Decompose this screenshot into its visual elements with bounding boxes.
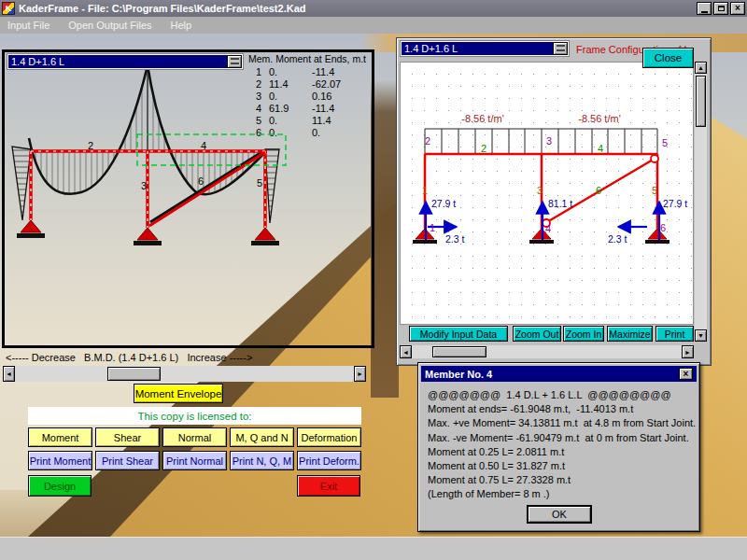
scroll-right-icon[interactable]: ► bbox=[682, 345, 694, 358]
scroll-right-icon[interactable]: ► bbox=[354, 366, 366, 382]
svg-text:1: 1 bbox=[422, 185, 428, 196]
menu-input-file[interactable]: Input File bbox=[7, 20, 49, 31]
dialog-line: Max. -ve Moment= -61.90479 m.t at 0 m fr… bbox=[428, 431, 696, 445]
svg-text:2.3 t: 2.3 t bbox=[445, 233, 465, 245]
pyramid-edge bbox=[371, 80, 399, 398]
svg-text:27.9 t: 27.9 t bbox=[431, 198, 456, 209]
svg-text:4: 4 bbox=[598, 143, 603, 154]
table-row: 60.0. bbox=[248, 127, 370, 139]
print-shear-button[interactable]: Print Shear bbox=[95, 451, 160, 470]
scroll-down-icon[interactable]: ▼ bbox=[695, 329, 707, 342]
svg-text:4: 4 bbox=[545, 223, 551, 234]
modify-input-data-button[interactable]: Modify Input Data bbox=[409, 326, 508, 342]
table-row: 50.11.4 bbox=[248, 115, 370, 127]
frame-config-panel: 1.4 D+1.6 L Frame Configuration of Lo Cl… bbox=[396, 37, 712, 366]
scroll-thumb[interactable] bbox=[107, 367, 161, 381]
dialog-line: Moment at 0.75 L= 27.3328 m.t bbox=[428, 473, 696, 487]
bmd-member-labels: 2 4 3 6 5 bbox=[88, 140, 262, 191]
supports bbox=[17, 220, 279, 245]
combo-dropdown-button[interactable] bbox=[227, 55, 242, 68]
close-icon: × bbox=[735, 4, 740, 13]
scroll-track[interactable] bbox=[412, 345, 682, 358]
scroll-track[interactable] bbox=[695, 74, 707, 329]
load-labels: -8.56 t/m' -8.56 t/m' bbox=[461, 113, 621, 124]
frame-load-case-combo[interactable]: 1.4 D+1.6 L bbox=[400, 40, 570, 57]
member-labels: 2 4 6 1 3 5 bbox=[422, 143, 657, 196]
mqn-button[interactable]: M, Q and N bbox=[230, 427, 294, 447]
svg-text:2: 2 bbox=[481, 143, 486, 154]
print-moment-button[interactable]: Print Moment bbox=[28, 451, 92, 470]
frame-v-scrollbar[interactable]: ▲ ▼ bbox=[695, 62, 707, 342]
svg-text:3: 3 bbox=[141, 180, 147, 191]
table-row: 30.0.16 bbox=[248, 91, 370, 103]
close-window-button[interactable]: × bbox=[730, 2, 745, 15]
design-button[interactable]: Design bbox=[28, 475, 92, 497]
dropdown-lines-icon bbox=[557, 45, 565, 52]
bmd-moment-curves bbox=[29, 65, 265, 222]
dialog-line: Moment at ends= -61.9048 m.t, -11.4013 m… bbox=[428, 402, 696, 416]
print-normal-button[interactable]: Print Normal bbox=[162, 451, 227, 470]
table-row: 461.9-11.4 bbox=[248, 103, 370, 115]
exit-button[interactable]: Exit bbox=[297, 475, 360, 497]
result-buttons-row: Moment Shear Normal M, Q and N Deformati… bbox=[28, 427, 361, 447]
print-deform-button[interactable]: Print Deform. bbox=[297, 451, 361, 470]
scroll-up-icon[interactable]: ▲ bbox=[695, 62, 707, 74]
zoom-in-button[interactable]: Zoom In bbox=[563, 326, 604, 342]
shear-button[interactable]: Shear bbox=[95, 427, 160, 447]
scroll-track[interactable] bbox=[15, 366, 354, 382]
dialog-line: Moment at 0.25 L= 2.0811 m.t bbox=[428, 445, 696, 459]
dialog-line: Moment at 0.50 L= 31.827 m.t bbox=[428, 459, 696, 473]
scroll-thumb[interactable] bbox=[432, 346, 486, 357]
frame-diagram: -8.56 t/m' -8.56 t/m' bbox=[401, 63, 694, 325]
combo-dropdown-button[interactable] bbox=[553, 42, 568, 55]
svg-text:6: 6 bbox=[596, 185, 601, 196]
bmd-scale-scrollbar[interactable]: ◄ ► bbox=[3, 366, 366, 382]
scroll-left-icon[interactable]: ◄ bbox=[400, 345, 412, 358]
print-nqm-button[interactable]: Print N, Q, M bbox=[230, 451, 294, 470]
normal-button[interactable]: Normal bbox=[162, 427, 227, 447]
minimize-icon bbox=[701, 11, 708, 13]
app-icon: K bbox=[2, 2, 15, 15]
svg-text:3: 3 bbox=[546, 135, 552, 147]
svg-text:1: 1 bbox=[430, 222, 435, 233]
print-buttons-row: Print Moment Print Shear Print Normal Pr… bbox=[28, 451, 361, 470]
dialog-title-bar: Member No. 4 × bbox=[421, 366, 697, 382]
distributed-load-combs bbox=[425, 129, 657, 154]
zoom-out-button[interactable]: Zoom Out bbox=[513, 326, 561, 342]
restore-button[interactable] bbox=[713, 2, 728, 15]
frame-load-case-value: 1.4 D+1.6 L bbox=[402, 42, 553, 55]
svg-text:-8.56 t/m': -8.56 t/m' bbox=[461, 113, 504, 124]
svg-text:5: 5 bbox=[257, 177, 262, 189]
menu-open-output-files[interactable]: Open Output Files bbox=[68, 20, 151, 31]
bmd-moment-regions bbox=[12, 65, 279, 223]
deformation-button[interactable]: Deformation bbox=[297, 427, 361, 447]
license-banner: This copy is licensed to: bbox=[28, 407, 361, 425]
frame-h-scrollbar[interactable]: ◄ ► bbox=[400, 345, 694, 358]
svg-text:3: 3 bbox=[537, 185, 543, 196]
table-row: 10.-11.4 bbox=[248, 66, 370, 78]
close-panel-button[interactable]: Close bbox=[642, 48, 694, 68]
svg-text:81.1 t: 81.1 t bbox=[548, 198, 572, 209]
close-icon: × bbox=[684, 369, 689, 379]
svg-text:2: 2 bbox=[88, 140, 93, 151]
dialog-close-button[interactable]: × bbox=[679, 368, 693, 380]
maximize-view-button[interactable]: Maximize bbox=[607, 326, 653, 342]
dialog-body: @@@@@@@ 1.4 D.L + 1.6 L.L @@@@@@@@ Momen… bbox=[428, 388, 696, 502]
bottom-grey-strip bbox=[0, 537, 747, 560]
svg-text:-8.56 t/m': -8.56 t/m' bbox=[578, 113, 621, 124]
restore-icon bbox=[718, 6, 725, 11]
ok-button[interactable]: OK bbox=[527, 505, 592, 524]
bmd-load-case-combo[interactable]: 1.4 D+1.6 L bbox=[7, 53, 244, 70]
moment-envelope-button[interactable]: Moment Envelope bbox=[134, 384, 223, 403]
dialog-title: Member No. 4 bbox=[425, 369, 492, 380]
moment-table-title: Mem. Moment at Ends, m.t bbox=[248, 53, 370, 64]
bmd-scale-caption: <----- Decrease B.M.D. (1.4 D+1.6 L) Inc… bbox=[6, 352, 304, 363]
bmd-load-case-value: 1.4 D+1.6 L bbox=[8, 55, 227, 68]
dialog-line: @@@@@@@ 1.4 D.L + 1.6 L.L @@@@@@@@ bbox=[428, 388, 696, 402]
menu-help[interactable]: Help bbox=[171, 20, 192, 31]
print-view-button[interactable]: Print bbox=[655, 326, 694, 342]
scroll-thumb[interactable] bbox=[696, 76, 706, 127]
moment-button[interactable]: Moment bbox=[28, 427, 92, 447]
scroll-left-icon[interactable]: ◄ bbox=[3, 366, 15, 382]
minimize-button[interactable] bbox=[697, 2, 712, 15]
